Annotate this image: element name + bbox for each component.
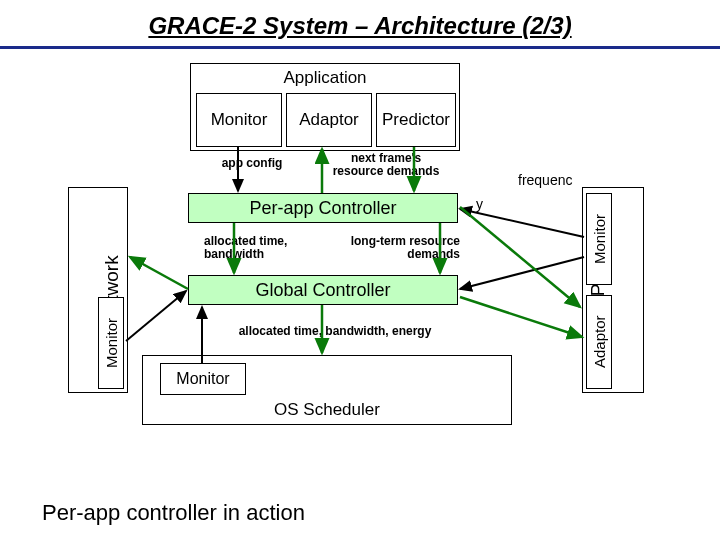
- app-config-label: app config: [212, 157, 292, 170]
- app-adaptor-box: Adaptor: [286, 93, 372, 147]
- os-monitor-box: Monitor: [160, 363, 246, 395]
- svg-line-10: [460, 257, 584, 289]
- app-adaptor-label: Adaptor: [299, 110, 359, 130]
- network-monitor-label: Monitor: [103, 318, 120, 368]
- svg-line-11: [460, 297, 582, 337]
- cpu-monitor-box: Monitor: [586, 193, 612, 285]
- per-app-controller-label: Per-app Controller: [249, 198, 396, 219]
- frequency-label-1: frequenc: [518, 173, 588, 188]
- svg-line-9: [460, 209, 584, 237]
- diagram-stage: Application Monitor Adaptor Predictor ap…: [0, 57, 720, 497]
- long-term-label: long-term resource demands: [340, 235, 460, 261]
- global-controller-label: Global Controller: [255, 280, 390, 301]
- app-monitor-label: Monitor: [211, 110, 268, 130]
- app-predictor-label: Predictor: [382, 110, 450, 130]
- application-label: Application: [283, 68, 366, 88]
- alloc-energy-label: allocated time, bandwidth, energy: [230, 325, 440, 338]
- frequency-label-2: y: [476, 197, 496, 212]
- app-predictor-box: Predictor: [376, 93, 456, 147]
- cpu-adaptor-box: Adaptor: [586, 295, 612, 389]
- svg-line-8: [130, 257, 188, 289]
- svg-line-7: [126, 291, 186, 341]
- alloc-time-label: allocated time, bandwidth: [204, 235, 314, 261]
- app-monitor-box: Monitor: [196, 93, 282, 147]
- page-title: GRACE-2 System – Architecture (2/3): [0, 0, 720, 49]
- os-monitor-label: Monitor: [176, 370, 229, 388]
- cpu-adaptor-label: Adaptor: [591, 316, 608, 369]
- cpu-monitor-label: Monitor: [591, 214, 608, 264]
- os-scheduler-label: OS Scheduler: [274, 400, 380, 420]
- global-controller-box: Global Controller: [188, 275, 458, 305]
- network-monitor-box: Monitor: [98, 297, 124, 389]
- next-frame-label: next frame's resource demands: [326, 152, 446, 178]
- caption-text: Per-app controller in action: [42, 500, 305, 526]
- per-app-controller-box: Per-app Controller: [188, 193, 458, 223]
- svg-line-12: [460, 207, 580, 307]
